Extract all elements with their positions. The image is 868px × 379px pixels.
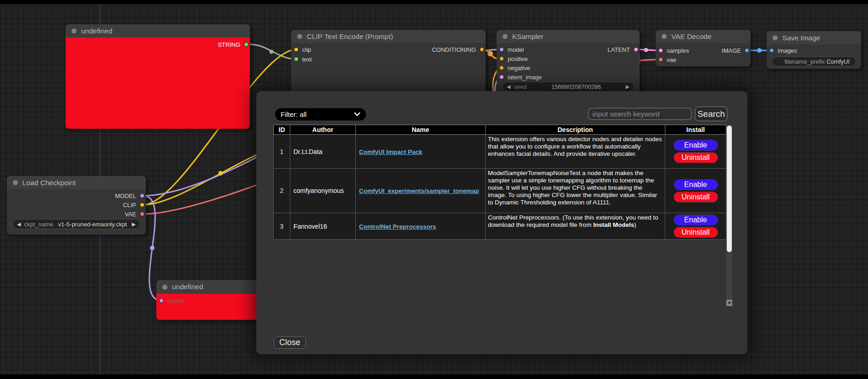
widget-value: v1-5-pruned-emaonly.ckpt: [53, 221, 132, 228]
node-collapse-dot[interactable]: [773, 35, 778, 40]
input-slot-model[interactable]: [159, 298, 164, 303]
widget-value: 156680208700286: [527, 83, 626, 90]
output-slot-conditioning[interactable]: [480, 47, 484, 52]
widget-label: ckpt_name: [24, 221, 53, 228]
node-clip-text-encode[interactable]: CLIP Text Encode (Prompt) clip text COND…: [291, 30, 486, 99]
extension-install-cell: EnableUninstall: [665, 213, 726, 240]
output-label: STRING: [218, 41, 240, 48]
output-slot-vae[interactable]: [140, 212, 144, 216]
node-undefined-top[interactable]: undefined STRING: [66, 24, 250, 129]
output-slot-clip[interactable]: [140, 203, 144, 207]
output-label: IMAGE: [722, 47, 741, 54]
input-slot-vae[interactable]: [658, 57, 663, 62]
input-slot-images[interactable]: [769, 48, 774, 53]
enable-button[interactable]: Enable: [674, 140, 718, 151]
node-collapse-dot[interactable]: [162, 285, 167, 290]
output-slot-model[interactable]: [140, 193, 144, 198]
link-dot: [487, 51, 493, 56]
extension-id-cell: 1: [274, 135, 290, 169]
table-row: 1Dr.Lt.DataComfyUI Impact PackThis exten…: [274, 135, 726, 169]
search-button[interactable]: Search: [695, 106, 728, 121]
node-collapse-dot[interactable]: [297, 34, 302, 39]
link-dot: [644, 48, 648, 52]
output-label: CONDITIONING: [432, 46, 476, 53]
col-header-id: ID: [274, 125, 290, 135]
node-collapse-dot[interactable]: [13, 180, 18, 185]
filename-prefix-widget[interactable]: filename_prefix ComfyUI: [772, 56, 856, 66]
seed-widget[interactable]: ◀ seed 156680208700286 ▶: [502, 82, 634, 92]
node-title: Save Image: [782, 34, 820, 42]
link-dot: [218, 171, 223, 176]
node-title: undefined: [81, 27, 112, 35]
input-label: vae: [667, 56, 676, 63]
input-slot-text[interactable]: [294, 57, 299, 61]
widget-increment-arrow[interactable]: ▶: [626, 84, 630, 89]
input-slot-latent-image[interactable]: [499, 75, 504, 79]
arrow-down-icon: [728, 302, 731, 304]
custom-nodes-manager-dialog: Filter: all Search ID Author Name Descri…: [256, 91, 747, 354]
output-slot-latent[interactable]: [634, 47, 638, 52]
node-collapse-dot[interactable]: [662, 34, 667, 39]
output-label: MODEL: [115, 192, 136, 199]
output-slot-string[interactable]: [244, 42, 249, 47]
extension-description-cell: ControlNet Preprocessors. (To use this e…: [486, 213, 665, 240]
ckpt-name-widget[interactable]: ◀ ckpt_name v1-5-pruned-emaonly.ckpt ▶: [12, 219, 140, 229]
enable-button[interactable]: Enable: [674, 179, 718, 190]
comfyui-canvas[interactable]: undefined STRING CLIP Text Encode (Promp…: [0, 0, 868, 379]
scrollbar-down-button[interactable]: [726, 300, 732, 306]
node-undefined-bottom[interactable]: undefined model: [156, 280, 266, 320]
scrollbar[interactable]: [726, 125, 732, 306]
widget-increment-arrow[interactable]: ▶: [132, 222, 136, 227]
filter-dropdown[interactable]: Filter: all: [275, 108, 366, 121]
input-label: positive: [508, 55, 528, 62]
scrollbar-thumb[interactable]: [727, 126, 732, 252]
node-collapse-dot[interactable]: [503, 34, 508, 39]
node-title: CLIP Text Encode (Prompt): [307, 33, 393, 41]
table-row: 2comfyanonymousComfyUI_experiments/sampl…: [274, 169, 726, 213]
input-slot-positive[interactable]: [499, 56, 504, 61]
node-load-checkpoint[interactable]: Load Checkpoint MODEL CLIP VAE ◀ ckpt_na…: [7, 176, 146, 235]
extension-install-cell: EnableUninstall: [665, 169, 726, 213]
col-header-install: Install: [665, 125, 726, 135]
widget-value: ComfyUI: [825, 58, 851, 65]
widget-decrement-arrow[interactable]: ◀: [507, 84, 510, 89]
table-header-row: ID Author Name Description Install: [274, 125, 726, 135]
search-input[interactable]: [588, 108, 692, 120]
node-save-image[interactable]: Save Image images filename_prefix ComfyU…: [767, 31, 861, 69]
output-label: LATENT: [608, 46, 630, 53]
node-vae-decode[interactable]: VAE Decode samples vae IMAGE: [656, 30, 751, 66]
col-header-description: Description: [486, 125, 665, 135]
extensions-table: ID Author Name Description Install 1Dr.L…: [273, 125, 726, 240]
uninstall-button[interactable]: Uninstall: [674, 152, 718, 163]
widget-decrement-arrow[interactable]: ◀: [17, 222, 21, 227]
extension-name-cell: ComfyUI Impact Pack: [356, 135, 486, 169]
extension-name-link[interactable]: ComfyUI_experiments/sampler_tonemap: [359, 187, 479, 194]
error-node-body: model: [156, 294, 266, 320]
extension-id-cell: 3: [274, 213, 290, 240]
node-title: VAE Decode: [671, 33, 712, 41]
input-slot-negative[interactable]: [499, 66, 504, 70]
output-label: CLIP: [123, 202, 136, 209]
node-title: KSampler: [512, 33, 543, 41]
extension-name-link[interactable]: ComfyUI Impact Pack: [359, 148, 422, 155]
extension-author-cell: comfyanonymous: [290, 169, 356, 213]
extension-id-cell: 2: [274, 169, 290, 213]
input-label: model: [167, 297, 183, 304]
chevron-down-icon: [354, 112, 360, 116]
close-button[interactable]: Close: [274, 336, 306, 349]
uninstall-button[interactable]: Uninstall: [674, 227, 718, 238]
canvas-top-letterbox: [0, 0, 868, 4]
output-slot-image[interactable]: [745, 48, 749, 53]
widget-label: seed: [514, 83, 526, 90]
extension-install-cell: EnableUninstall: [665, 135, 726, 169]
node-collapse-dot[interactable]: [72, 28, 77, 33]
extension-name-link[interactable]: ControlNet Preprocessors: [359, 223, 436, 230]
uninstall-button[interactable]: Uninstall: [674, 192, 718, 203]
widget-label: filename_prefix: [785, 58, 825, 65]
extension-description-cell: This extension offers various detector n…: [486, 135, 665, 169]
node-ksampler[interactable]: KSampler model positive negative latent_…: [497, 30, 640, 99]
enable-button[interactable]: Enable: [674, 214, 718, 225]
col-header-name: Name: [356, 125, 486, 135]
extension-author-cell: Fannovel16: [290, 213, 356, 240]
extension-author-cell: Dr.Lt.Data: [290, 135, 356, 169]
